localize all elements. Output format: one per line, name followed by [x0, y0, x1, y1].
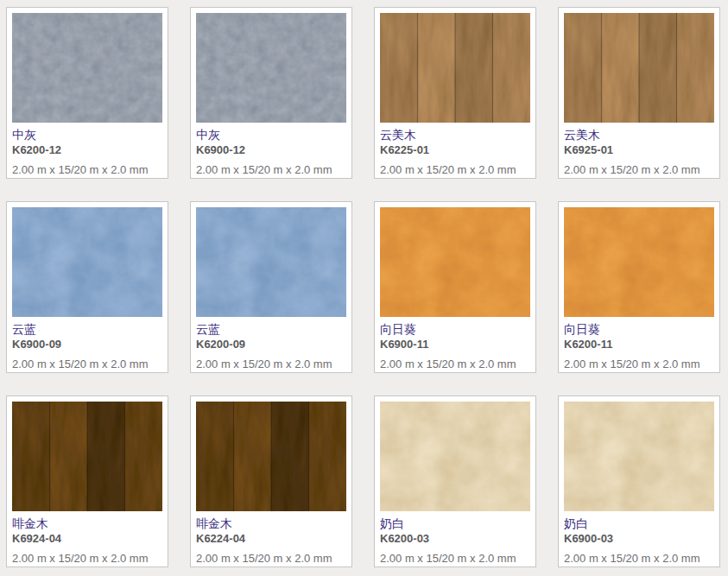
- product-swatch-image[interactable]: [196, 207, 346, 317]
- product-card[interactable]: 啡金木 K6924-04 2.00 m x 15/20 m x 2.0 mm: [6, 396, 168, 567]
- product-dimensions: 2.00 m x 15/20 m x 2.0 mm: [12, 163, 162, 177]
- product-swatch-image[interactable]: [12, 207, 162, 317]
- product-code: K6224-04: [196, 531, 346, 546]
- product-name[interactable]: 中灰: [12, 128, 162, 142]
- product-code: K6900-03: [564, 531, 714, 546]
- product-name[interactable]: 奶白: [564, 516, 714, 531]
- product-swatch-image[interactable]: [564, 207, 714, 317]
- product-name[interactable]: 云美木: [380, 128, 530, 142]
- product-code: K6200-09: [196, 337, 346, 351]
- product-dimensions: 2.00 m x 15/20 m x 2.0 mm: [196, 552, 346, 566]
- product-card[interactable]: 云蓝 K6200-09 2.00 m x 15/20 m x 2.0 mm: [190, 201, 352, 373]
- product-name[interactable]: 中灰: [196, 128, 346, 142]
- product-code: K6200-11: [564, 337, 714, 351]
- product-swatch-image[interactable]: [12, 13, 162, 123]
- product-name[interactable]: 啡金木: [12, 516, 162, 531]
- product-dimensions: 2.00 m x 15/20 m x 2.0 mm: [196, 358, 346, 371]
- product-code: K6200-03: [380, 531, 530, 546]
- product-dimensions: 2.00 m x 15/20 m x 2.0 mm: [564, 552, 714, 566]
- product-name[interactable]: 云蓝: [196, 322, 346, 337]
- product-card[interactable]: 中灰 K6900-12 2.00 m x 15/20 m x 2.0 mm: [190, 7, 352, 179]
- product-name[interactable]: 向日葵: [564, 322, 714, 337]
- product-card[interactable]: 向日葵 K6900-11 2.00 m x 15/20 m x 2.0 mm: [374, 201, 536, 373]
- product-name[interactable]: 啡金木: [196, 516, 346, 531]
- product-code: K6924-04: [12, 531, 162, 546]
- product-dimensions: 2.00 m x 15/20 m x 2.0 mm: [380, 552, 530, 566]
- product-swatch-image[interactable]: [380, 402, 530, 511]
- product-code: K6925-01: [564, 142, 714, 157]
- product-code: K6200-12: [12, 142, 162, 157]
- product-dimensions: 2.00 m x 15/20 m x 2.0 mm: [196, 163, 346, 177]
- product-card[interactable]: 中灰 K6200-12 2.00 m x 15/20 m x 2.0 mm: [6, 7, 168, 179]
- product-swatch-image[interactable]: [196, 13, 346, 123]
- product-code: K6900-11: [380, 337, 530, 351]
- product-dimensions: 2.00 m x 15/20 m x 2.0 mm: [12, 552, 162, 566]
- product-card[interactable]: 向日葵 K6200-11 2.00 m x 15/20 m x 2.0 mm: [558, 201, 720, 373]
- product-card[interactable]: 云蓝 K6900-09 2.00 m x 15/20 m x 2.0 mm: [6, 201, 168, 373]
- product-card[interactable]: 云美木 K6925-01 2.00 m x 15/20 m x 2.0 mm: [558, 7, 720, 179]
- product-dimensions: 2.00 m x 15/20 m x 2.0 mm: [564, 163, 714, 177]
- product-code: K6900-12: [196, 142, 346, 157]
- product-code: K6225-01: [380, 142, 530, 157]
- product-swatch-image[interactable]: [564, 402, 714, 511]
- product-swatch-image[interactable]: [564, 13, 714, 123]
- product-card[interactable]: 云美木 K6225-01 2.00 m x 15/20 m x 2.0 mm: [374, 7, 536, 179]
- product-dimensions: 2.00 m x 15/20 m x 2.0 mm: [564, 358, 714, 371]
- product-swatch-image[interactable]: [12, 402, 162, 511]
- product-swatch-image[interactable]: [380, 13, 530, 123]
- product-name[interactable]: 云蓝: [12, 322, 162, 337]
- product-dimensions: 2.00 m x 15/20 m x 2.0 mm: [12, 358, 162, 371]
- product-dimensions: 2.00 m x 15/20 m x 2.0 mm: [380, 163, 530, 177]
- product-card[interactable]: 奶白 K6900-03 2.00 m x 15/20 m x 2.0 mm: [558, 396, 720, 567]
- product-card[interactable]: 奶白 K6200-03 2.00 m x 15/20 m x 2.0 mm: [374, 396, 536, 567]
- product-card[interactable]: 啡金木 K6224-04 2.00 m x 15/20 m x 2.0 mm: [190, 396, 352, 567]
- product-name[interactable]: 云美木: [564, 128, 714, 142]
- product-grid: 中灰 K6200-12 2.00 m x 15/20 m x 2.0 mm 中灰…: [0, 0, 728, 567]
- product-name[interactable]: 奶白: [380, 516, 530, 531]
- product-dimensions: 2.00 m x 15/20 m x 2.0 mm: [380, 358, 530, 371]
- product-swatch-image[interactable]: [380, 207, 530, 317]
- product-code: K6900-09: [12, 337, 162, 351]
- product-name[interactable]: 向日葵: [380, 322, 530, 337]
- product-swatch-image[interactable]: [196, 402, 346, 511]
